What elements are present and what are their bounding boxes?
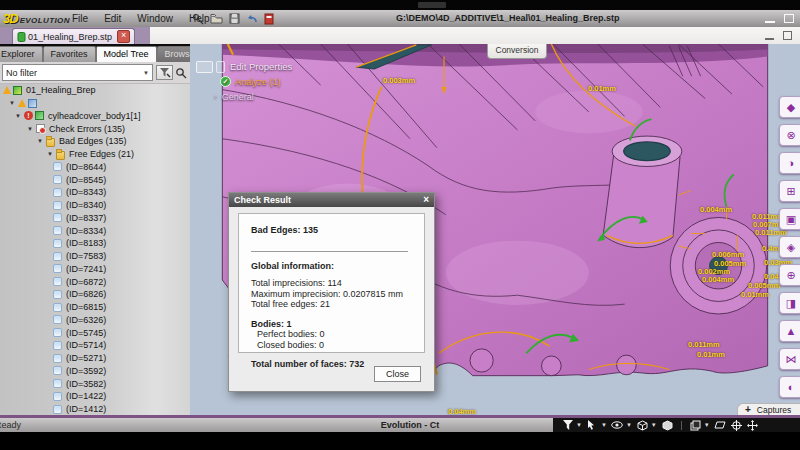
expander-icon[interactable]: ▼ — [15, 113, 24, 119]
captures-tab[interactable]: Captures — [757, 405, 792, 415]
recording-overlay — [418, 2, 446, 8]
visibility-icon[interactable] — [611, 419, 624, 431]
tool-9-icon[interactable]: ▲ — [779, 320, 800, 342]
tool-3-icon[interactable]: ◑ — [779, 152, 800, 174]
tree-row[interactable]: ▼Check Errors (135) — [0, 122, 190, 135]
tree-row[interactable]: ▼!cylheadcover_body1[1] — [0, 110, 190, 123]
panel-tab-explorer[interactable]: Explorer — [0, 46, 43, 62]
check-icon — [36, 124, 45, 133]
dropdown-caret-icon[interactable]: ▼ — [601, 422, 607, 428]
tree-row[interactable]: (ID=8343) — [0, 186, 190, 199]
filter-dropdown[interactable]: No filter ▼ — [2, 64, 153, 81]
closed-bodies: Closed bodies: 0 — [251, 340, 412, 351]
tree-row[interactable]: (ID=5745) — [0, 326, 190, 339]
mdi-minimize-button[interactable] — [765, 32, 774, 40]
tree-row[interactable]: (ID=8340) — [0, 199, 190, 212]
analyze-item[interactable]: Analyze (1) — [235, 77, 281, 87]
panel-tab-model-tree[interactable]: Model Tree — [96, 46, 157, 62]
expander-icon[interactable]: ▼ — [47, 151, 56, 157]
tree-row[interactable]: (ID=8183) — [0, 237, 190, 250]
tool-6-icon[interactable]: ◈ — [779, 236, 800, 258]
dimension-label: 0.04mm — [448, 407, 476, 415]
document-tab[interactable]: 01_Healing_Brep.stp — [12, 28, 135, 44]
tree-row[interactable]: (ID=6326) — [0, 314, 190, 327]
chevron-right-icon[interactable]: › — [214, 92, 217, 101]
mdi-restore-button[interactable] — [783, 31, 792, 40]
expander-icon[interactable]: ▼ — [9, 100, 18, 106]
edit-properties-icon[interactable] — [196, 61, 213, 73]
tree-row[interactable]: (ID=8337) — [0, 212, 190, 225]
save-icon[interactable] — [229, 13, 240, 24]
expander-icon[interactable]: ▼ — [37, 138, 46, 144]
dimension-label: 0.01mm — [588, 84, 616, 93]
dropdown-caret-icon[interactable]: ▼ — [651, 422, 657, 428]
tree-row[interactable]: (ID=1422) — [0, 390, 190, 403]
open-folder-icon[interactable] — [210, 13, 223, 24]
move-icon[interactable] — [746, 419, 759, 431]
dropdown-caret-icon[interactable]: ▼ — [626, 422, 632, 428]
section-plane-icon[interactable] — [714, 419, 727, 431]
dimension-label: 0.003mm — [383, 76, 415, 85]
center-rotation-icon[interactable] — [730, 419, 743, 431]
conversion-tab[interactable]: Conversion — [487, 44, 547, 59]
mdi-window-controls — [765, 31, 792, 40]
add-capture-button[interactable]: + — [745, 405, 751, 415]
filter-icon[interactable] — [561, 419, 574, 431]
dropdown-caret-icon[interactable]: ▼ — [704, 422, 710, 428]
dialog-titlebar[interactable]: Check Result — [229, 193, 434, 207]
window-title-path: G:\DEMO\4D_ADDITIVE\1_Heal\01_Healing_Br… — [396, 13, 620, 23]
tree-row[interactable]: (ID=5714) — [0, 339, 190, 352]
tool-10-icon[interactable]: ⋈ — [779, 348, 800, 370]
shaded-cube-icon[interactable] — [661, 419, 674, 431]
close-tab-icon[interactable] — [117, 30, 130, 43]
maximize-button[interactable] — [784, 14, 794, 23]
tool-4-icon[interactable]: ⊞ — [779, 180, 800, 202]
panel-tab-browser[interactable]: Browser — [157, 46, 190, 62]
tree-row[interactable]: (ID=8644) — [0, 161, 190, 174]
tree-row[interactable]: ▼ — [0, 97, 190, 110]
tree-row[interactable]: (ID=8545) — [0, 173, 190, 186]
undo-icon[interactable] — [246, 14, 258, 24]
dropdown-caret-icon[interactable]: ▼ — [576, 422, 582, 428]
tool-8-icon[interactable]: ◨ — [779, 292, 800, 314]
edit-properties-overlay: Edit Properties ✓ Analyze (1) › General — [196, 60, 292, 103]
cube-icon — [53, 290, 62, 299]
close-button[interactable]: Close — [374, 366, 421, 382]
manual-icon[interactable] — [264, 13, 274, 25]
tree-row[interactable]: (ID=6872) — [0, 275, 190, 288]
layers-icon[interactable] — [689, 419, 702, 431]
tree-row[interactable]: (ID=3582) — [0, 377, 190, 390]
tree-row[interactable]: ▼Free Edges (21) — [0, 148, 190, 161]
tree-row[interactable]: ▼Bad Edges (135) — [0, 135, 190, 148]
tree-row[interactable]: (ID=8334) — [0, 224, 190, 237]
tool-7-icon[interactable]: ⊕ — [779, 264, 800, 286]
tool-5-icon[interactable]: ▣ — [779, 208, 800, 230]
menu-edit[interactable]: Edit — [104, 13, 121, 24]
edit-filter-button[interactable] — [156, 65, 173, 80]
tree-row[interactable]: (ID=3592) — [0, 365, 190, 378]
tool-1-icon[interactable]: ◆ — [779, 96, 800, 118]
folder-icon — [56, 151, 65, 160]
render-mode-icon[interactable] — [636, 419, 649, 431]
expander-icon[interactable]: ▼ — [27, 126, 36, 132]
edit-properties-pin-icon[interactable] — [216, 61, 225, 73]
minimize-button[interactable] — [765, 14, 775, 23]
filter-value: No filter — [6, 68, 37, 78]
selection-icon[interactable] — [586, 419, 599, 431]
general-section[interactable]: General — [222, 92, 254, 102]
tree-row[interactable]: 01_Healing_Brep — [0, 84, 190, 97]
dialog-close-icon[interactable] — [423, 195, 429, 205]
panel-tab-favorites[interactable]: Favorites — [43, 46, 96, 62]
tree-row[interactable]: (ID=1412) — [0, 403, 190, 415]
tree-row[interactable]: (ID=7241) — [0, 263, 190, 276]
tool-11-icon[interactable]: ◐ — [779, 376, 800, 398]
menu-window[interactable]: Window — [137, 13, 173, 24]
tool-2-icon[interactable]: ⊗ — [779, 124, 800, 146]
tree-row[interactable]: (ID=6815) — [0, 301, 190, 314]
tree-row[interactable]: (ID=7583) — [0, 250, 190, 263]
search-button[interactable] — [173, 65, 188, 80]
tree-row[interactable]: (ID=5271) — [0, 352, 190, 365]
menu-file[interactable]: File — [72, 13, 88, 24]
tree-row[interactable]: (ID=6826) — [0, 288, 190, 301]
key-icon[interactable] — [192, 13, 204, 25]
